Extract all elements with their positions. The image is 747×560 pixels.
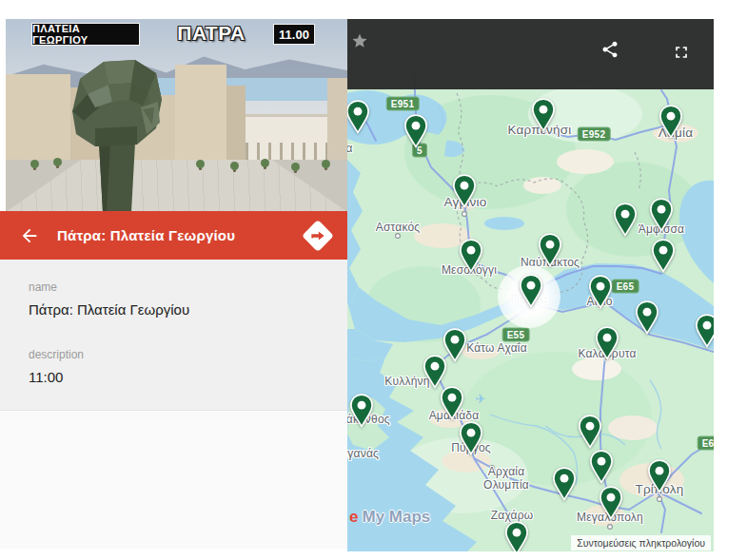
map-pin[interactable]: [588, 275, 613, 309]
field-value-name: Πάτρα: Πλατεία Γεωργίου: [29, 301, 189, 318]
photo-tree: [30, 160, 39, 168]
directions-button[interactable]: [300, 218, 336, 254]
map-pin[interactable]: [459, 239, 483, 273]
photo-tree: [230, 162, 239, 170]
fist-statue-illustration: [61, 52, 170, 212]
photo-tree: [196, 160, 205, 168]
map-attribution: eMy Maps: [349, 508, 430, 527]
map-pin[interactable]: [659, 105, 683, 139]
photo-tree: [261, 159, 269, 167]
photo-caption-city: ΠΑΤΡΑ: [180, 20, 243, 47]
map-pin[interactable]: [613, 203, 638, 237]
fullscreen-button[interactable]: [672, 43, 691, 66]
photo-caption-time: 11.00: [273, 24, 315, 45]
back-arrow-icon: [19, 225, 40, 246]
map-pin[interactable]: [403, 114, 428, 148]
directions-arrow-icon: [308, 226, 327, 245]
fullscreen-icon: [672, 43, 691, 62]
photo-caption-square-name: ΠΛΑΤΕΙΑ ΓΕΩΡΓΙΟΥ: [31, 23, 140, 46]
map-pin[interactable]: [595, 326, 619, 360]
map-pin[interactable]: [552, 467, 577, 501]
place-details-section: name Πάτρα: Πλατεία Γεωργίου description…: [0, 260, 347, 411]
map-pin[interactable]: [349, 394, 374, 428]
place-header: Πάτρα: Πλατεία Γεωργίου: [0, 211, 347, 260]
share-button[interactable]: [600, 40, 619, 63]
keyboard-shortcuts-button[interactable]: Συντομεύσεις πληκτρολογίου: [571, 535, 711, 550]
map-pin[interactable]: [504, 521, 529, 551]
map-pin[interactable]: [589, 450, 614, 484]
map-pin[interactable]: [459, 421, 483, 455]
place-title: Πάτρα: Πλατεία Γεωργίου: [57, 227, 235, 243]
map-pin[interactable]: [695, 314, 714, 348]
place-photo: ΠΛΑΤΕΙΑ ΓΕΩΡΓΙΟΥ ΠΑΤΡΑ 11.00: [6, 19, 347, 212]
map-pin[interactable]: [423, 355, 447, 389]
photo-tree: [322, 160, 330, 168]
map-pin[interactable]: [347, 100, 370, 134]
photo-building: [175, 65, 226, 162]
map-pin[interactable]: [531, 98, 556, 132]
google-logo-fragment: e: [349, 508, 358, 526]
map-pin[interactable]: [578, 415, 602, 449]
star-icon: [351, 32, 368, 49]
map-pin[interactable]: [538, 233, 562, 267]
map-pin[interactable]: [452, 174, 477, 208]
photo-neoclassical-building: [246, 114, 327, 164]
map-pin[interactable]: [651, 239, 676, 273]
photo-building: [327, 78, 347, 164]
field-label-name: name: [29, 280, 57, 294]
map-pin[interactable]: [440, 386, 464, 420]
back-button[interactable]: [19, 225, 40, 246]
place-info-panel: ΠΛΑΤΕΙΑ ΓΕΩΡΓΙΟΥ ΠΑΤΡΑ 11.00 Πάτρα: Πλατ…: [0, 0, 347, 560]
map-pin[interactable]: [649, 198, 674, 232]
field-label-description: description: [29, 348, 84, 361]
field-value-description: 11:00: [29, 369, 63, 385]
panel-lower-area: [0, 412, 347, 549]
map-pin[interactable]: [519, 274, 543, 308]
map-toolbar: [347, 19, 714, 89]
favorite-star-button[interactable]: [351, 32, 368, 53]
map-pin[interactable]: [599, 486, 623, 520]
share-icon: [600, 40, 619, 59]
map-canvas[interactable]: ΚαρπενήσιΛαμίαΑγρίνιοΑστακόςΜεσολόγγιΝαύ…: [347, 19, 714, 551]
photo-tree: [291, 163, 300, 171]
map-pin[interactable]: [635, 300, 659, 335]
my-maps-link[interactable]: My Maps: [362, 508, 430, 526]
map-pin[interactable]: [647, 459, 672, 493]
photo-building: [226, 86, 246, 162]
